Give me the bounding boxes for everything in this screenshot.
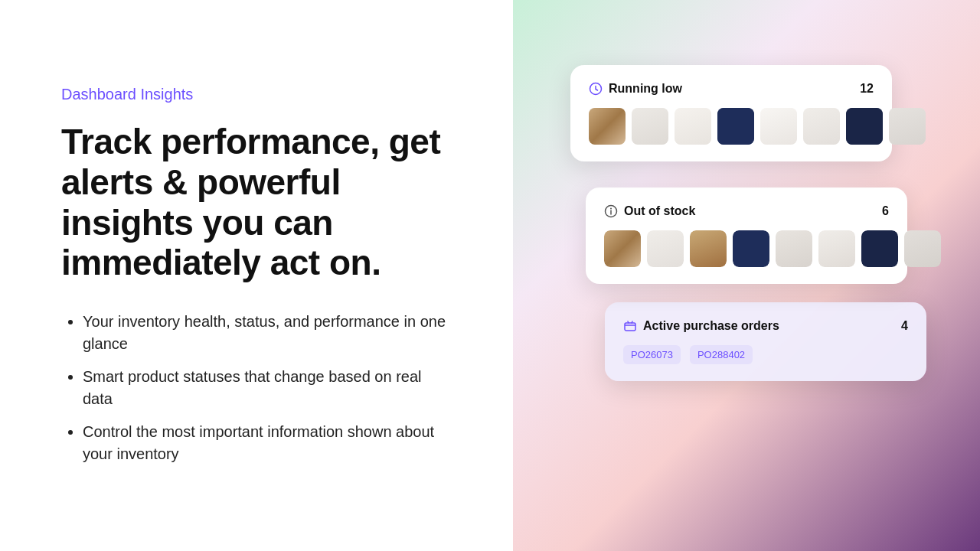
out-of-stock-header-left: Out of stock bbox=[604, 204, 695, 218]
oos-thumb-8 bbox=[904, 230, 941, 267]
oos-thumb-1 bbox=[604, 230, 641, 267]
svg-rect-3 bbox=[625, 323, 635, 331]
bullet-item-3: Control the most important information s… bbox=[83, 421, 452, 465]
box-icon bbox=[623, 319, 637, 333]
product-thumb-6 bbox=[803, 108, 840, 145]
out-of-stock-card: Out of stock 6 bbox=[586, 187, 907, 284]
active-po-count: 4 bbox=[901, 319, 908, 333]
out-of-stock-count: 6 bbox=[882, 204, 889, 218]
product-thumb-5 bbox=[760, 108, 797, 145]
po-numbers-row: PO26073 PO288402 bbox=[623, 345, 908, 364]
clock-icon bbox=[589, 82, 603, 96]
running-low-card: Running low 12 bbox=[570, 65, 892, 161]
running-low-header: Running low 12 bbox=[589, 82, 874, 96]
product-thumb-2 bbox=[632, 108, 668, 145]
oos-thumb-3 bbox=[690, 230, 727, 267]
bullet-item-1: Your inventory health, status, and perfo… bbox=[83, 311, 452, 355]
bullets-list: Your inventory health, status, and perfo… bbox=[61, 311, 452, 465]
headline: Track performance, get alerts & powerful… bbox=[61, 122, 452, 284]
left-panel: Dashboard Insights Track performance, ge… bbox=[0, 0, 513, 551]
running-low-header-left: Running low bbox=[589, 82, 682, 96]
running-low-title: Running low bbox=[609, 82, 682, 96]
out-of-stock-title: Out of stock bbox=[624, 204, 695, 218]
product-thumb-4 bbox=[717, 108, 754, 145]
oos-thumb-5 bbox=[776, 230, 812, 267]
product-thumb-3 bbox=[675, 108, 711, 145]
active-po-header-left: Active purchase orders bbox=[623, 319, 779, 333]
svg-point-2 bbox=[610, 208, 612, 210]
info-icon bbox=[604, 204, 618, 218]
product-thumb-8 bbox=[889, 108, 926, 145]
cards-stack: Running low 12 bbox=[563, 65, 930, 486]
active-po-header: Active purchase orders 4 bbox=[623, 319, 908, 333]
right-panel: Running low 12 bbox=[513, 0, 980, 551]
running-low-count: 12 bbox=[860, 82, 874, 96]
running-low-products bbox=[589, 108, 874, 145]
product-thumb-1 bbox=[589, 108, 626, 145]
out-of-stock-products bbox=[604, 230, 889, 267]
label-tag: Dashboard Insights bbox=[61, 86, 452, 103]
oos-thumb-6 bbox=[818, 230, 855, 267]
oos-thumb-7 bbox=[861, 230, 898, 267]
po-tag-2[interactable]: PO288402 bbox=[690, 345, 753, 364]
po-tag-1[interactable]: PO26073 bbox=[623, 345, 681, 364]
active-po-card: Active purchase orders 4 PO26073 PO28840… bbox=[605, 302, 926, 381]
product-thumb-7 bbox=[846, 108, 883, 145]
out-of-stock-header: Out of stock 6 bbox=[604, 204, 889, 218]
active-po-title: Active purchase orders bbox=[643, 319, 779, 333]
oos-thumb-4 bbox=[733, 230, 769, 267]
oos-thumb-2 bbox=[647, 230, 684, 267]
bullet-item-2: Smart product statuses that change based… bbox=[83, 366, 452, 410]
